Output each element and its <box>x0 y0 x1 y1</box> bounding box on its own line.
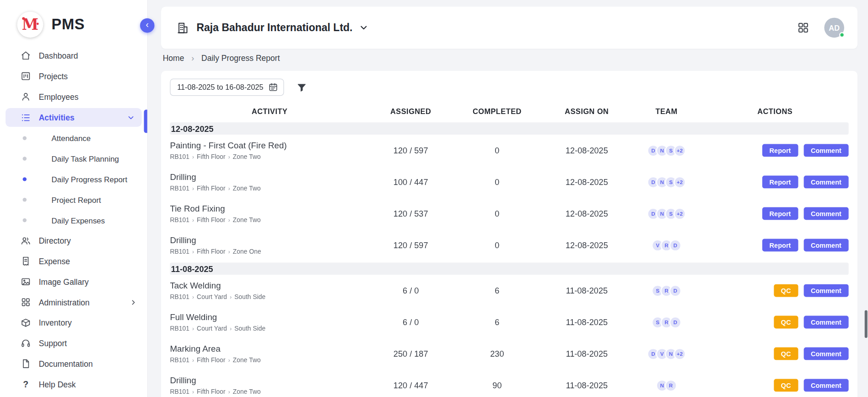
headset-icon <box>21 338 31 348</box>
team-avatars: S R D <box>631 316 701 328</box>
comment-button[interactable]: Comment <box>803 207 848 220</box>
funnel-icon <box>296 82 307 92</box>
row-actions: Report Comment <box>701 239 849 251</box>
comment-button[interactable]: Comment <box>803 348 848 360</box>
report-button[interactable]: Report <box>762 207 798 220</box>
path-project: RB101 <box>170 248 189 255</box>
activity-title: Marking Area <box>170 344 369 354</box>
chevron-right-icon: › <box>192 357 194 363</box>
report-button[interactable]: Report <box>762 144 798 157</box>
sidebar-item-image-gallary[interactable]: Image Gallary <box>0 272 147 292</box>
row-actions: QC Comment <box>701 348 849 360</box>
path-zone: Zone One <box>233 248 261 255</box>
sidebar-collapse-button[interactable]: ‹ <box>140 18 154 33</box>
sidebar-subitem-daily-task-planning[interactable]: Daily Task Planning <box>0 148 147 169</box>
date-range-input[interactable]: 11-08-2025 to 16-08-2025 <box>170 79 284 96</box>
chevron-right-icon: › <box>228 389 230 395</box>
sidebar-item-directory[interactable]: Directory <box>0 230 147 251</box>
assigned-value: 120 / 537 <box>369 209 452 218</box>
comment-button[interactable]: Comment <box>803 176 848 189</box>
qc-button[interactable]: QC <box>774 379 798 392</box>
qc-button[interactable]: QC <box>774 284 798 297</box>
row-actions: Report Comment <box>701 207 849 220</box>
path-floor: Court Yard <box>197 325 227 332</box>
path-floor: Fifth Floor <box>197 153 226 160</box>
topbar: Raja Bahadur International Ltd. AD <box>161 7 857 49</box>
logo-icon: M <box>17 11 43 38</box>
activity-title: Drilling <box>170 235 369 245</box>
qc-button[interactable]: QC <box>774 316 798 329</box>
chevron-down-icon <box>359 23 369 33</box>
box-icon <box>21 317 31 328</box>
sidebar-item-employees[interactable]: Employees <box>0 87 147 107</box>
company-selector[interactable]: Raja Bahadur International Ltd. <box>196 22 368 34</box>
comment-button[interactable]: Comment <box>803 239 848 251</box>
assign-on-date: 11-08-2025 <box>542 349 631 359</box>
sidebar-subitem-daily-progress-report[interactable]: Daily Progress Report <box>0 169 147 190</box>
sidebar-item-documentation[interactable]: Documentation <box>0 353 147 374</box>
path-project: RB101 <box>170 388 189 395</box>
completed-value: 0 <box>452 209 542 218</box>
vertical-scrollbar-thumb[interactable] <box>865 310 868 337</box>
table-row: Full Welding RB101›Court Yard›South Side… <box>170 306 848 338</box>
activity-title: Tack Welding <box>170 281 369 291</box>
assign-on-date: 12-08-2025 <box>542 146 631 155</box>
chevron-right-icon: › <box>192 249 194 255</box>
bullet-icon <box>23 218 27 222</box>
chevron-left-icon: ‹ <box>146 20 149 30</box>
qc-button[interactable]: QC <box>774 348 798 360</box>
sidebar-item-activities[interactable]: Activities <box>5 108 142 127</box>
breadcrumb-current: Daily Progress Report <box>201 54 280 62</box>
sidebar-item-projects[interactable]: Projects <box>0 66 147 87</box>
sidebar-item-dashboard[interactable]: Dashboard <box>0 45 147 66</box>
chevron-right-icon: › <box>192 294 194 300</box>
user-avatar[interactable]: AD <box>824 18 844 38</box>
team-avatar-overflow: +2 <box>674 348 686 360</box>
apps-grid-button[interactable] <box>797 22 809 34</box>
comment-button[interactable]: Comment <box>803 316 848 329</box>
sidebar-item-expense[interactable]: Expense <box>0 251 147 272</box>
team-avatars: D N S +2 <box>631 176 701 188</box>
sidebar-subitem-project-report[interactable]: Project Report <box>0 190 147 210</box>
table-row: Tack Welding RB101›Court Yard›South Side… <box>170 275 848 306</box>
grid-icon <box>21 297 31 307</box>
sidebar-item-administration[interactable]: Administration <box>0 292 147 313</box>
list-icon <box>21 112 31 123</box>
sidebar-subitem-attendance[interactable]: Attendance <box>0 128 147 148</box>
assign-on-date: 11-08-2025 <box>542 381 631 390</box>
column-assign-on: ASSIGN ON <box>542 107 631 115</box>
sidebar-subitem-label: Daily Task Planning <box>52 154 119 163</box>
activity-breadcrumb: RB101›Fifth Floor›Zone Two <box>170 185 369 192</box>
table-row: Drilling RB101›Fifth Floor›Zone One 120 … <box>170 229 848 261</box>
sidebar-subitem-daily-expenses[interactable]: Daily Expenses <box>0 210 147 231</box>
date-group-header: 11-08-2025 <box>170 262 848 275</box>
team-avatars: N R <box>631 379 701 392</box>
team-avatars: D N S +2 <box>631 207 701 220</box>
sidebar-item-label: Employees <box>39 92 79 101</box>
path-project: RB101 <box>170 217 189 223</box>
sidebar-item-label: Administration <box>39 298 90 306</box>
report-button[interactable]: Report <box>762 239 798 251</box>
assigned-value: 120 / 597 <box>369 146 452 155</box>
report-button[interactable]: Report <box>762 176 798 189</box>
assigned-value: 6 / 0 <box>369 286 452 295</box>
table-header: ACTIVITY ASSIGNED COMPLETED ASSIGN ON TE… <box>170 105 848 118</box>
sidebar-item-label: Dashboard <box>39 51 78 60</box>
sidebar-item-inventory[interactable]: Inventory <box>0 312 147 333</box>
sidebar-item-label: Image Gallary <box>39 277 89 286</box>
completed-value: 90 <box>452 381 542 390</box>
comment-button[interactable]: Comment <box>803 144 848 157</box>
activity-breadcrumb: RB101›Fifth Floor›Zone Two <box>170 153 369 160</box>
team-avatars: D N S +2 <box>631 144 701 157</box>
table-row: Marking Area RB101›Fifth Floor›Zone Two … <box>170 338 848 370</box>
comment-button[interactable]: Comment <box>803 284 848 297</box>
home-icon <box>21 50 31 61</box>
help-icon: ? <box>21 379 31 390</box>
sidebar-item-support[interactable]: Support <box>0 333 147 353</box>
breadcrumb-home[interactable]: Home <box>163 54 184 62</box>
sidebar-item-help-desk[interactable]: ? Help Desk <box>0 374 147 395</box>
column-team: TEAM <box>631 107 701 115</box>
filter-button[interactable] <box>296 82 307 92</box>
team-avatar-overflow: +2 <box>674 144 686 157</box>
comment-button[interactable]: Comment <box>803 379 848 392</box>
